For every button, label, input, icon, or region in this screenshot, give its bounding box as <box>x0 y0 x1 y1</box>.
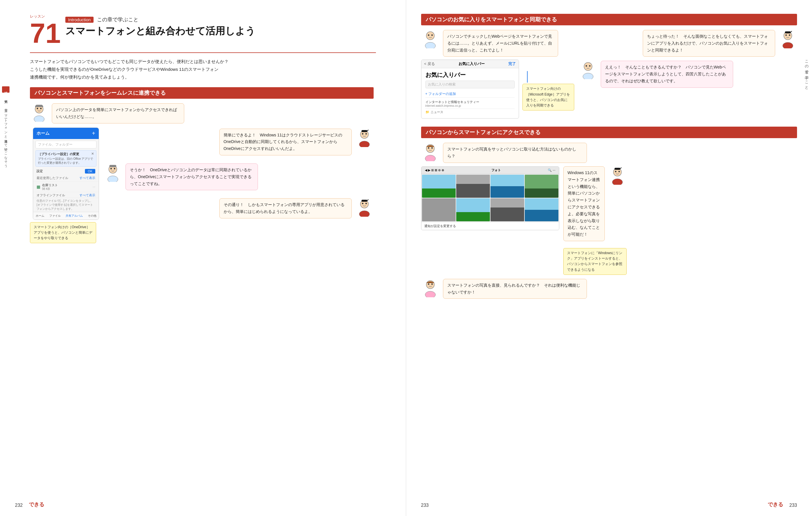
browser-add[interactable]: + フォルダーの追加 <box>426 91 515 97</box>
browser-mockup-area: < 戻る お気に入りバー 完了 お気に入りバー お気に入りの検索 + フォルダー… <box>421 60 574 119</box>
bubble-2: 簡単にできるよ！ Windows 11はクラウドストレージサービスのOneDri… <box>219 129 352 155</box>
app-search[interactable]: ファイル、フォルダー <box>35 141 96 149</box>
right-bubble-5: Windows 11のスマートフォン連携という機能なら、簡単にパソコンからスマー… <box>563 166 605 241</box>
svg-point-21 <box>365 203 367 204</box>
svg-point-45 <box>618 171 620 172</box>
svg-point-15 <box>111 168 112 169</box>
svg-point-2 <box>37 108 38 109</box>
svg-point-20 <box>362 203 363 204</box>
svg-line-33 <box>791 31 792 32</box>
lesson-title: スマートフォンと組み合わせて活用しよう <box>65 25 255 37</box>
right-chat-row-3: ええっ！ そんなこともできるんですか？ パソコンで見たWebページをスマートフォ… <box>579 61 797 88</box>
avatar-student-1 <box>30 103 48 122</box>
arrow-line <box>527 71 574 83</box>
browser-body: お気に入りバー お気に入りの検索 + フォルダーの追加 インターネットと情報セキ… <box>422 68 519 118</box>
lesson-label-area: レッスン 71 <box>30 14 61 47</box>
svg-point-34 <box>584 62 592 70</box>
right-section1: パソコンのお気に入りをスマートフォンと同期できる パソコン <box>421 14 797 119</box>
bubble-3: そうか！ OneDriveとパソコン上のデータは常に同期されているから、OneD… <box>125 163 258 190</box>
browser-back: < 戻る <box>424 61 435 66</box>
chat-row-1: パソコン上のデータを簡単にスマートフォンからアクセスできればいいんだけどな……。 <box>30 103 374 123</box>
page-number-left: 232 <box>15 503 23 508</box>
photo-7 <box>491 198 524 221</box>
sidebar-chapter-text: スマートフォンと連携して使いこなそう <box>3 109 8 166</box>
right-chats: 簡単にできるよ！ Windows 11はクラウドストレージサービスのOneDri… <box>104 127 374 222</box>
app-bottom-nav: ホーム ファイル 共有アルバム その他 <box>33 212 99 220</box>
svg-point-41 <box>431 147 433 149</box>
avatar-woman-2 <box>421 279 439 297</box>
svg-point-9 <box>362 133 363 134</box>
app-recent-section: 最近使用したファイル すべて表示 <box>33 175 99 182</box>
photo-3 <box>491 175 524 198</box>
section2-chats: Windows 11のスマートフォン連携という機能なら、簡単にパソコンからスマー… <box>563 166 627 275</box>
right-bubble-1: パソコンでチェックしたWebページをスマートフォンで見るには……。とりあえず、メ… <box>443 30 558 57</box>
browser-page-title: お気に入りバー <box>426 71 515 79</box>
avatar-student-r1 <box>421 30 439 48</box>
caption-browser: スマートフォン向けの［Microsoft Edge］アプリを使うと、パソコンのお… <box>522 84 574 111</box>
svg-point-50 <box>428 283 429 284</box>
app-settings-row: 設定 OK <box>33 168 99 175</box>
browser-search[interactable]: お気に入りの検索 <box>426 81 515 88</box>
photo-grid <box>422 174 559 222</box>
photos-notif: 通知が設定を変更する <box>422 222 559 230</box>
svg-rect-5 <box>35 105 36 107</box>
svg-point-30 <box>785 34 787 36</box>
phone-photos-mockup: ◀ ▶ ⊞ ⊠ ⊛ ⊕ フォト 🔍 ··· 通知が設定を <box>421 166 559 230</box>
intro-badge: Introduction <box>65 17 93 23</box>
svg-point-40 <box>428 147 429 149</box>
sidebar-chapter-num: 9 <box>4 100 8 103</box>
chat-row-3: そうか！ OneDriveとパソコン上のデータは常に同期されているから、OneD… <box>104 163 374 190</box>
right-side-label: この章で学ぶこと <box>804 58 809 88</box>
svg-point-31 <box>789 34 790 36</box>
chat-row-4: その通り！ しかもスマートフォンの専用アプリが用意されているから、簡単にはじめら… <box>104 198 374 218</box>
right-page: この章で学ぶこと パソコンのお気に入りをスマートフォンと同期できる <box>406 0 812 516</box>
chat-row-2: 簡単にできるよ！ Windows 11はクラウドストレージサービスのOneDri… <box>104 129 374 155</box>
right-chat-row-2: ちょっと待った！ そんな面倒なことをしなくても、スマートフォンにアプリを入れるだ… <box>579 30 797 57</box>
section1: パソコンとスマートフォンをシームレスに連携できる パソコン上のデータを簡単にスマ… <box>30 87 374 243</box>
photo-4 <box>525 175 558 198</box>
avatar-student-r2 <box>579 61 597 79</box>
svg-point-43 <box>612 179 622 185</box>
mockup-chat-area: ホーム + ファイル、フォルダー ［プライバシー設定］の変更 ✕ プライバシー設… <box>30 127 374 243</box>
svg-rect-11 <box>361 130 367 132</box>
caption-1-area: スマートフォン向けの［OneDrive］アプリを使うと、パソコンと簡単にデータを… <box>30 222 96 243</box>
photo-6 <box>456 198 490 221</box>
svg-rect-32 <box>785 31 791 33</box>
browser-done[interactable]: 完了 <box>508 61 516 66</box>
right-section2: パソコンからスマートフォンにアクセスできる スマートフォンの写真をサッとパソコン… <box>421 127 797 299</box>
photo-1 <box>422 175 456 198</box>
photo-2 <box>456 175 490 198</box>
right-bubble-4: スマートフォンの写真をサッとパソコンに取り込む方法はないものかしら？ <box>443 143 587 163</box>
brand-right: できる <box>768 501 783 508</box>
avatar-woman-1 <box>421 143 439 161</box>
right-chat-row-1: パソコンでチェックしたWebページをスマートフォンで見るには……。とりあえず、メ… <box>421 30 574 57</box>
brand-left: できる <box>29 501 44 508</box>
svg-line-12 <box>367 130 369 131</box>
right-bubble-3: ええっ！ そんなこともできるんですか？ パソコンで見たWebページをスマートフォ… <box>601 61 733 88</box>
svg-rect-4 <box>36 105 42 107</box>
svg-point-19 <box>359 211 370 217</box>
section1-header: パソコンとスマートフォンをシームレスに連携できる <box>30 87 374 99</box>
svg-point-44 <box>615 171 616 172</box>
svg-rect-22 <box>361 200 367 202</box>
intro-text-area: スマートフォンでもパソコンでもいつでもどこでも同じデータが使えたら、便利だとは思… <box>30 58 368 81</box>
bubble-1: パソコン上のデータを簡単にスマートフォンからアクセスできればいいんだけどな……。 <box>52 103 184 123</box>
browser-folder-1: 📁ニュース <box>426 109 515 115</box>
avatar-teacher-r2 <box>608 166 627 185</box>
page-number-right: 233 <box>789 503 797 508</box>
svg-point-29 <box>783 42 793 48</box>
app-ok-button[interactable]: OK <box>85 169 95 174</box>
avatar-student-2 <box>104 163 122 182</box>
right-bubble-6: スマートフォンの写真を直接、見られるんですか？ それは便利な機能じゃないですか！ <box>443 279 587 299</box>
svg-point-10 <box>365 133 367 134</box>
bubble-4: その通り！ しかもスマートフォンの専用アプリが用意されているから、簡単にはじめら… <box>219 198 352 218</box>
avatar-teacher-2 <box>355 198 374 217</box>
app-header: ホーム + <box>33 128 99 139</box>
svg-point-35 <box>583 73 593 79</box>
caption-2: スマートフォンに「Windowsにリンク」アプリをインストールすると、パソコンか… <box>563 248 627 275</box>
svg-point-49 <box>425 291 435 297</box>
svg-rect-6 <box>42 105 43 107</box>
svg-line-47 <box>620 168 621 169</box>
right-chat-row-6: スマートフォンの写真を直接、見られるんですか？ それは便利な機能じゃないですか！ <box>421 279 797 299</box>
caption-1: スマートフォン向けの［OneDrive］アプリを使うと、パソコンと簡単にデータを… <box>30 222 96 243</box>
